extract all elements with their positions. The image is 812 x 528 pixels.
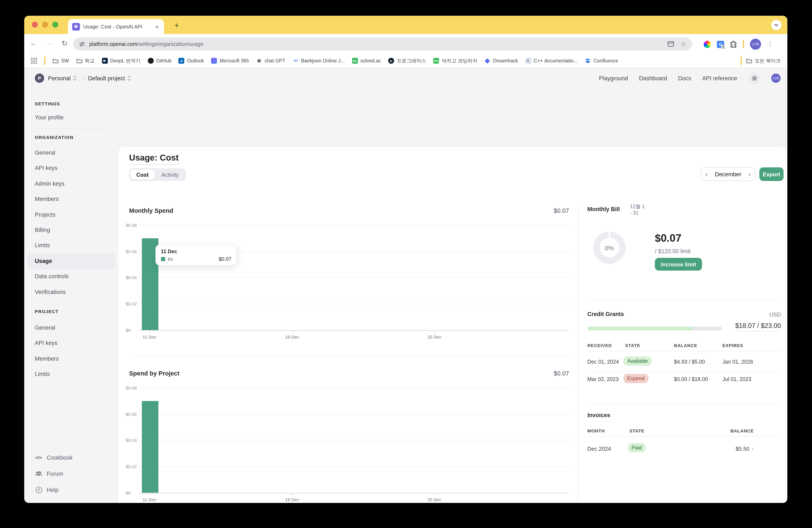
- org-selector-icon[interactable]: [73, 75, 77, 82]
- breadcrumb-org[interactable]: Personal: [48, 75, 71, 81]
- app-header: P Personal / Default project Playground …: [24, 68, 787, 88]
- x-tick: 25 Dec: [427, 497, 442, 502]
- reload-button[interactable]: ↻: [59, 39, 70, 48]
- bookmark-deepl[interactable]: ▶DeepL 번역기: [102, 58, 140, 64]
- bookmark-chatgpt[interactable]: ✳chat GPT: [256, 58, 285, 64]
- zoom-window-button[interactable]: [52, 22, 58, 28]
- increase-limit-button[interactable]: Increase limit: [655, 258, 702, 271]
- browser-profile-avatar[interactable]: 시하: [750, 39, 761, 50]
- openai-favicon-icon: ✳: [72, 23, 80, 30]
- tab-search-button[interactable]: [771, 20, 781, 30]
- nav-dashboard[interactable]: Dashboard: [639, 75, 667, 81]
- nav-docs[interactable]: Docs: [678, 75, 691, 81]
- sidebar-item-billing[interactable]: Billing: [28, 223, 115, 238]
- sidebar-item-project-general[interactable]: General: [28, 320, 115, 336]
- chart-tooltip: 11 Dec tts $0.07: [156, 245, 237, 266]
- tab-activity[interactable]: Activity: [156, 170, 185, 180]
- sidebar-item-verifications[interactable]: Verifications: [28, 284, 115, 300]
- minimize-window-button[interactable]: [42, 22, 48, 28]
- address-bar[interactable]: platform.openai.com/settings/organizatio…: [73, 38, 692, 51]
- sidebar-item-data-controls[interactable]: Data controls: [28, 269, 115, 284]
- sidebar-item-project-members[interactable]: Members: [28, 351, 115, 366]
- sidebar-item-your-profile[interactable]: Your profile: [28, 110, 115, 125]
- sidebar-item-members[interactable]: Members: [28, 191, 115, 207]
- bill-limit: / $120.00 limit: [655, 248, 691, 254]
- sidebar-item-cookbook[interactable]: </>Cookbook: [24, 449, 118, 466]
- sidebar-item-general[interactable]: General: [28, 145, 115, 160]
- bookmark-blog[interactable]: blog닥치고 코딩하자: [433, 58, 477, 64]
- color-wheel-extension-icon[interactable]: [704, 41, 711, 48]
- series-swatch: [161, 257, 165, 261]
- tab-cost[interactable]: Cost: [130, 170, 155, 180]
- site-settings-icon[interactable]: [79, 41, 85, 47]
- bookmarks-bar: SW 학교 ▶DeepL 번역기 GitHub oOutlook Microso…: [24, 54, 787, 68]
- google-translate-extension-icon[interactable]: G文: [717, 41, 724, 48]
- bookmark-cpp[interactable]: CC++ documentatio...: [525, 58, 578, 64]
- section-divider: [129, 356, 569, 357]
- tab-close-icon[interactable]: ×: [155, 23, 160, 30]
- x-tick: 18 Dec: [285, 334, 300, 339]
- url-text: platform.openai.com/settings/organizatio…: [89, 41, 203, 47]
- sidebar-item-help[interactable]: ?Help: [24, 482, 118, 498]
- grant-balance: $4.93 / $5.00: [674, 359, 705, 365]
- bookmark-programmers[interactable]: ▸프로그래머스: [388, 58, 426, 64]
- project-selector-icon[interactable]: [127, 75, 131, 82]
- grant-balance: $0.00 / $18.00: [674, 376, 708, 382]
- all-bookmarks-button[interactable]: 모든 북마크: [746, 58, 781, 64]
- x-tick: 11 Dec: [143, 497, 157, 502]
- bookmark-solvedac[interactable]: ACsolved.ac: [352, 58, 381, 64]
- bookmark-confluence[interactable]: Confluence: [585, 58, 618, 64]
- app-body: P Personal / Default project Playground …: [24, 68, 787, 503]
- gear-icon: [751, 74, 758, 82]
- sidebar-item-admin-keys[interactable]: Admin keys: [28, 176, 115, 191]
- blog-bubble-icon: blog: [433, 58, 439, 64]
- col-month: MONTH: [588, 428, 605, 433]
- apps-grid-icon[interactable]: [31, 58, 37, 64]
- bookmark-school[interactable]: 학교: [76, 58, 95, 64]
- extensions-puzzle-icon[interactable]: [730, 41, 737, 47]
- back-button[interactable]: ←: [28, 39, 39, 47]
- grant-expires: Jul 01, 2023: [722, 376, 751, 382]
- nav-api-reference[interactable]: API reference: [702, 75, 737, 81]
- breadcrumb-separator: /: [83, 75, 85, 81]
- browser-menu-icon[interactable]: ⋮: [767, 40, 773, 48]
- nav-playground[interactable]: Playground: [599, 75, 628, 81]
- new-tab-button[interactable]: +: [171, 19, 183, 31]
- solved-ac-icon: AC: [352, 58, 358, 64]
- user-avatar[interactable]: 시하: [771, 73, 781, 83]
- settings-gear-button[interactable]: [748, 72, 760, 84]
- breadcrumb-project[interactable]: Default project: [88, 75, 125, 81]
- bookmark-dreamhack[interactable]: Dreamhack: [484, 58, 518, 64]
- bookmark-sw[interactable]: SW: [53, 58, 69, 64]
- x-tick: 25 Dec: [427, 334, 442, 339]
- page-title: Usage: Cost: [129, 153, 178, 165]
- cost-activity-tabs: Cost Activity: [129, 168, 186, 181]
- sidebar-item-project-api-keys[interactable]: API keys: [28, 336, 115, 351]
- browser-tab[interactable]: ✳ Usage: Cost - OpenAI API ×: [68, 19, 164, 34]
- bookmark-github[interactable]: GitHub: [148, 58, 171, 64]
- sidebar-item-api-keys[interactable]: API keys: [28, 160, 115, 176]
- invoice-month: Dec 2024: [588, 446, 611, 452]
- close-window-button[interactable]: [32, 22, 38, 28]
- bookmark-star-icon[interactable]: ☆: [681, 40, 686, 48]
- sidebar-item-limits[interactable]: Limits: [28, 238, 115, 253]
- chevron-right-icon[interactable]: ›: [752, 446, 754, 452]
- forward-button[interactable]: →: [44, 39, 54, 47]
- bookmark-baekjoon[interactable]: </>Baekjoon Online J...: [292, 58, 345, 64]
- bookmarks-separator: [44, 57, 45, 65]
- sidebar-item-usage[interactable]: Usage: [28, 253, 115, 269]
- sidebar-item-forum[interactable]: Forum: [24, 466, 118, 482]
- folder-icon: [53, 58, 59, 64]
- dreamhack-gem-icon: [484, 58, 491, 64]
- tooltip-date: 11 Dec: [161, 248, 231, 254]
- bookmark-outlook[interactable]: oOutlook: [178, 58, 204, 64]
- monthly-bill-title: Monthly Bill: [588, 206, 620, 212]
- bookmark-microsoft365[interactable]: Microsoft 365: [211, 58, 249, 64]
- bar-11-dec[interactable]: [142, 401, 158, 493]
- reading-list-icon[interactable]: [667, 41, 674, 47]
- pinned-separator: [743, 40, 744, 48]
- sidebar-divider: [35, 128, 110, 129]
- sidebar-item-projects[interactable]: Projects: [28, 207, 115, 223]
- sidebar-item-project-limits[interactable]: Limits: [28, 366, 115, 382]
- spend-by-project-chart: Spend by Project $0.07 $0.08 $0.06 $0.04…: [129, 369, 569, 503]
